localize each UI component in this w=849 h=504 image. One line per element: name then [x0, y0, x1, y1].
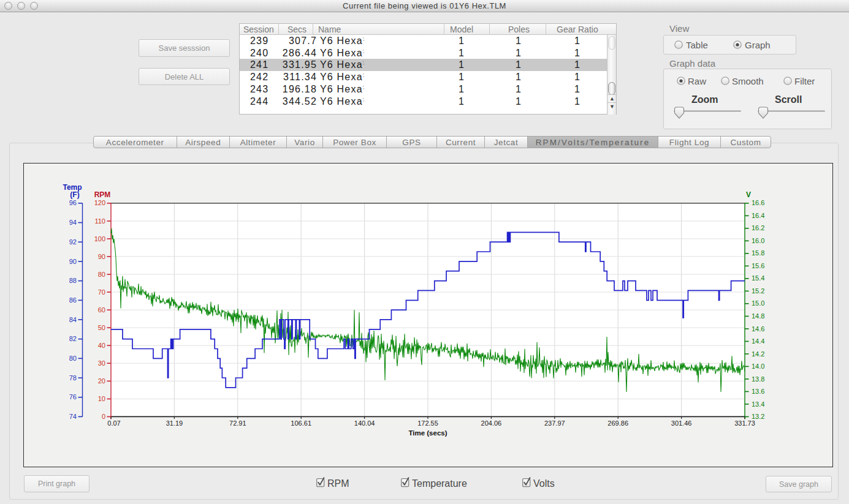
- svg-text:15.2: 15.2: [752, 287, 764, 295]
- svg-text:13.6: 13.6: [752, 388, 764, 395]
- svg-text:14.0: 14.0: [752, 363, 764, 370]
- svg-text:50: 50: [98, 324, 105, 331]
- svg-text:15.4: 15.4: [752, 274, 764, 282]
- svg-text:14.6: 14.6: [752, 325, 764, 333]
- svg-text:31.19: 31.19: [166, 419, 183, 427]
- svg-text:90: 90: [98, 253, 105, 260]
- svg-text:14.2: 14.2: [752, 350, 764, 358]
- svg-text:(F): (F): [70, 190, 79, 199]
- svg-text:90: 90: [69, 258, 77, 265]
- svg-text:96: 96: [69, 199, 77, 206]
- svg-text:10: 10: [98, 395, 105, 402]
- svg-text:74: 74: [69, 413, 77, 420]
- svg-text:16.0: 16.0: [752, 237, 764, 244]
- svg-text:331.73: 331.73: [734, 419, 755, 427]
- svg-text:15.0: 15.0: [752, 299, 764, 307]
- svg-text:86: 86: [69, 296, 77, 304]
- svg-text:78: 78: [69, 374, 77, 382]
- svg-text:14.8: 14.8: [752, 312, 764, 320]
- svg-text:269.86: 269.86: [607, 419, 628, 427]
- svg-text:Time (secs): Time (secs): [408, 429, 447, 437]
- svg-text:72.91: 72.91: [229, 419, 246, 427]
- svg-text:60: 60: [98, 306, 105, 314]
- svg-text:70: 70: [98, 288, 105, 296]
- svg-text:V: V: [746, 190, 751, 199]
- svg-text:30: 30: [98, 359, 105, 367]
- svg-text:204.06: 204.06: [481, 419, 502, 427]
- svg-text:120: 120: [94, 199, 105, 206]
- svg-text:76: 76: [69, 393, 77, 401]
- svg-text:92: 92: [69, 238, 77, 246]
- svg-text:14.4: 14.4: [752, 337, 764, 345]
- svg-text:15.6: 15.6: [752, 262, 764, 269]
- svg-text:80: 80: [98, 271, 105, 278]
- svg-text:40: 40: [98, 342, 105, 349]
- svg-text:RPM: RPM: [94, 190, 111, 199]
- svg-text:237.97: 237.97: [544, 419, 565, 427]
- svg-text:13.4: 13.4: [752, 401, 764, 408]
- svg-text:110: 110: [94, 217, 105, 225]
- svg-text:88: 88: [69, 277, 77, 284]
- svg-text:0: 0: [102, 413, 105, 420]
- svg-text:172.55: 172.55: [417, 419, 438, 427]
- svg-text:94: 94: [69, 219, 77, 226]
- svg-text:15.8: 15.8: [752, 249, 764, 257]
- svg-text:106.61: 106.61: [291, 419, 311, 427]
- svg-text:80: 80: [69, 355, 77, 362]
- svg-text:0.07: 0.07: [107, 419, 120, 427]
- svg-text:140.04: 140.04: [354, 419, 375, 427]
- svg-text:20: 20: [98, 377, 105, 385]
- svg-text:16.2: 16.2: [752, 224, 764, 231]
- svg-text:84: 84: [69, 316, 77, 323]
- svg-text:301.46: 301.46: [671, 419, 692, 427]
- svg-text:82: 82: [69, 335, 77, 342]
- svg-text:13.8: 13.8: [752, 375, 764, 383]
- svg-text:16.6: 16.6: [752, 199, 764, 206]
- svg-text:16.4: 16.4: [752, 212, 764, 219]
- svg-text:100: 100: [94, 235, 105, 243]
